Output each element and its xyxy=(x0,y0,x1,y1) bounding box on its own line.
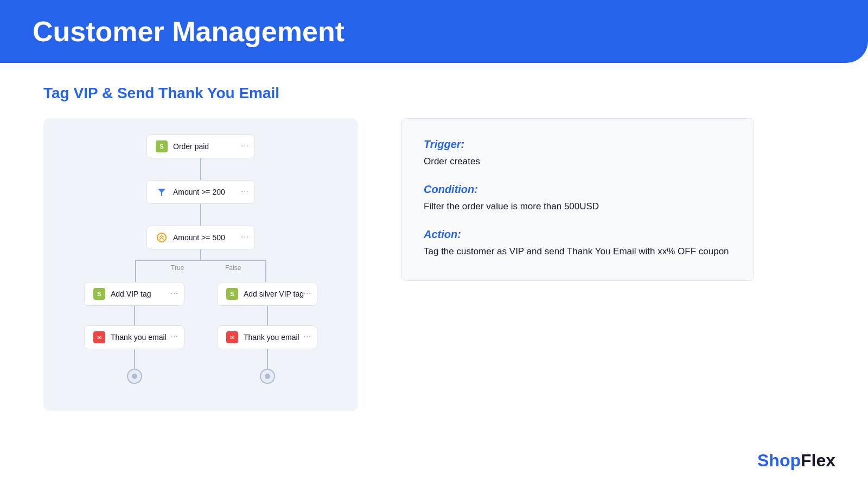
node-thank-you-right-label: Thank you email xyxy=(244,333,299,342)
action-label: Action: xyxy=(424,228,732,241)
node-add-silver-menu[interactable]: ... xyxy=(303,287,311,296)
svg-line-2 xyxy=(159,235,162,237)
node-amount-500-label: Amount >= 500 xyxy=(173,233,225,242)
brand-flex: Flex xyxy=(801,451,835,470)
section-title: Tag VIP & Send Thank You Email xyxy=(43,85,825,102)
condition-text: Filter the order value is more than 500U… xyxy=(424,200,732,213)
connector-line-right-1 xyxy=(267,306,268,325)
shopify-icon-silver: S xyxy=(226,288,238,300)
connector-line-left-1 xyxy=(134,306,135,325)
connector-left-1 xyxy=(84,306,184,325)
branch-right: S Add silver VIP tag ... ✉ xyxy=(217,282,317,384)
connector-right-2 xyxy=(217,349,317,369)
node-order-paid[interactable]: S Order paid ... xyxy=(146,134,255,158)
action-text: Tag the customer as VIP and send Thank Y… xyxy=(424,245,732,258)
workflow-diagram: S Order paid ... xyxy=(43,118,358,411)
node-amount-500-menu[interactable]: ... xyxy=(241,230,249,239)
shopify-icon: S xyxy=(156,140,168,152)
svg-line-5 xyxy=(162,237,164,240)
svg-line-4 xyxy=(159,237,162,240)
connector-line-left-2 xyxy=(134,349,135,369)
trigger-label: Trigger: xyxy=(424,138,732,151)
branch-area: True False S Add VIP tag ... xyxy=(84,249,317,384)
node-thank-you-left[interactable]: ✉ Thank you email ... xyxy=(84,325,184,349)
connector-line-2 xyxy=(200,204,201,226)
filter-icon xyxy=(156,186,168,198)
svg-line-3 xyxy=(162,235,164,237)
node-add-vip[interactable]: S Add VIP tag ... xyxy=(84,282,184,306)
header: Customer Management xyxy=(0,0,868,63)
trigger-text: Order creates xyxy=(424,155,732,168)
branch-columns: S Add VIP tag ... ✉ xyxy=(84,282,317,384)
node-order-paid-menu[interactable]: ... xyxy=(241,139,249,148)
email-icon-right: ✉ xyxy=(226,331,238,343)
node-add-vip-label: Add VIP tag xyxy=(111,290,151,298)
end-circle-inner-right xyxy=(265,374,270,379)
svg-text:True: True xyxy=(171,264,184,272)
node-add-silver[interactable]: S Add silver VIP tag ... xyxy=(217,282,317,306)
node-add-vip-menu[interactable]: ... xyxy=(170,287,178,296)
end-circle-left xyxy=(127,369,142,384)
brand: ShopFlex xyxy=(757,451,835,471)
node-add-silver-label: Add silver VIP tag xyxy=(244,290,304,298)
node-amount-200-label: Amount >= 200 xyxy=(173,188,225,196)
end-circle-inner-left xyxy=(132,374,137,379)
node-amount-200[interactable]: Amount >= 200 ... xyxy=(146,180,255,204)
connector-line-1 xyxy=(200,158,201,180)
email-icon-left: ✉ xyxy=(93,331,105,343)
condition-icon xyxy=(156,232,168,243)
connector-1 xyxy=(146,158,255,180)
svg-text:False: False xyxy=(225,264,241,272)
shopify-icon-vip: S xyxy=(93,288,105,300)
connector-right-1 xyxy=(217,306,317,325)
info-panel: Trigger: Order creates Condition: Filter… xyxy=(401,118,754,281)
node-thank-you-right[interactable]: ✉ Thank you email ... xyxy=(217,325,317,349)
connector-left-2 xyxy=(84,349,184,369)
node-amount-500[interactable]: Amount >= 500 ... xyxy=(146,226,255,249)
page-title: Customer Management xyxy=(33,16,344,47)
svg-marker-0 xyxy=(158,189,165,196)
node-thank-you-left-label: Thank you email xyxy=(111,333,167,342)
node-order-paid-label: Order paid xyxy=(173,142,209,151)
end-circle-right xyxy=(260,369,275,384)
branch-left: S Add VIP tag ... ✉ xyxy=(84,282,184,384)
node-thank-you-right-menu[interactable]: ... xyxy=(303,330,311,339)
brand-shop: Shop xyxy=(757,451,801,470)
workflow-row: S Order paid ... xyxy=(43,118,825,411)
node-amount-200-menu[interactable]: ... xyxy=(241,185,249,194)
condition-label: Condition: xyxy=(424,183,732,196)
node-thank-you-left-menu[interactable]: ... xyxy=(170,330,178,339)
main-content: Tag VIP & Send Thank You Email S Order p… xyxy=(0,63,868,433)
connector-line-right-2 xyxy=(267,349,268,369)
connector-2 xyxy=(146,204,255,226)
top-flow: S Order paid ... xyxy=(65,134,336,384)
branch-connector-svg: True False xyxy=(87,249,315,282)
